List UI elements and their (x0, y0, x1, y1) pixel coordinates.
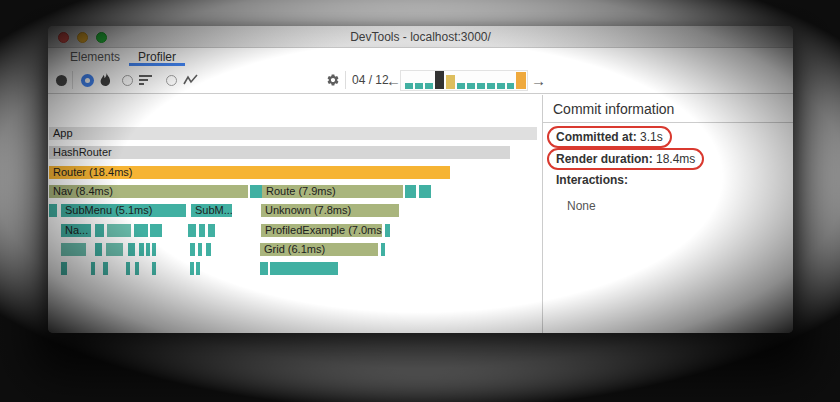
flame-bar[interactable] (190, 262, 194, 275)
flame-bar[interactable] (49, 204, 57, 217)
tab-profiler[interactable]: Profiler (129, 48, 185, 66)
previous-commit-button[interactable]: ← (386, 66, 401, 94)
commit-bar[interactable] (507, 83, 514, 89)
flame-bar[interactable] (146, 243, 150, 256)
flame-bar[interactable]: Route (7.9ms) (262, 185, 403, 198)
minimize-window-button[interactable] (77, 32, 88, 43)
flame-bar[interactable] (103, 262, 108, 275)
commit-bar[interactable] (415, 83, 423, 89)
flame-chart: AppHashRouterRouter (18.4ms)Nav (8.4ms)R… (48, 95, 542, 333)
window-title: DevTools - localhost:3000/ (48, 26, 793, 48)
interactions-value: None (567, 199, 596, 213)
commit-bar[interactable] (405, 83, 413, 89)
close-window-button[interactable] (58, 32, 69, 43)
commit-bar[interactable] (477, 83, 485, 89)
flame-bar[interactable] (152, 262, 156, 275)
devtools-window: DevTools - localhost:3000/ ElementsProfi… (48, 26, 793, 333)
flame-bar[interactable] (139, 243, 144, 256)
flame-bar[interactable] (427, 185, 431, 198)
flame-bar[interactable] (91, 262, 95, 275)
zoom-window-button[interactable] (96, 32, 107, 43)
title-bar[interactable]: DevTools - localhost:3000/ (48, 26, 793, 48)
render-duration-value: 18.4ms (653, 152, 696, 166)
commit-bar[interactable] (446, 75, 455, 89)
tab-elements[interactable]: Elements (61, 48, 129, 66)
flame-bar[interactable] (95, 224, 104, 237)
record-icon (56, 75, 67, 86)
flame-bar[interactable] (381, 243, 385, 256)
flame-bar[interactable] (208, 224, 215, 237)
flame-bar[interactable]: Nav (8.4ms) (49, 185, 248, 198)
flame-icon (99, 66, 112, 94)
flame-bar[interactable] (135, 262, 139, 275)
commit-bar[interactable] (487, 83, 495, 89)
flame-bar[interactable]: HashRouter (49, 146, 510, 159)
interactions-radio[interactable] (166, 66, 177, 94)
next-commit-button[interactable]: → (531, 66, 546, 94)
record-button[interactable] (56, 66, 67, 94)
interactions-icon (183, 66, 198, 94)
ranked-radio[interactable] (122, 66, 133, 94)
flamegraph-radio[interactable] (81, 66, 94, 94)
flame-bar[interactable] (206, 243, 211, 256)
profiler-toolbar: 04 / 12 ← → (48, 66, 793, 94)
flame-bar[interactable]: SubMenu (5.1ms) (61, 204, 186, 217)
flame-bar[interactable]: App (49, 127, 537, 140)
flame-bar[interactable] (61, 243, 86, 256)
tab-bar: ElementsProfiler (48, 48, 793, 66)
radio-selected-icon (81, 74, 94, 87)
flame-bar[interactable] (190, 243, 195, 256)
commit-timeline (400, 70, 528, 91)
commit-bar[interactable] (467, 83, 475, 89)
radio-unselected-icon (122, 75, 133, 86)
flame-bar[interactable]: Grid (6.1ms) (260, 243, 378, 256)
radio-unselected-icon (166, 75, 177, 86)
settings-gear-button[interactable] (326, 66, 340, 94)
flame-bar[interactable]: Na... (61, 224, 91, 237)
flame-bar[interactable] (158, 224, 162, 237)
flame-bar[interactable]: Unknown (7.8ms) (261, 204, 399, 217)
committed-at-label: Committed at: (556, 130, 637, 144)
flame-bar[interactable] (334, 262, 338, 275)
flame-bar[interactable] (405, 185, 416, 198)
commit-info-pane: Commit information Committed at: 3.1s Re… (542, 95, 793, 333)
flame-bar[interactable] (385, 224, 390, 237)
flame-bar[interactable] (152, 243, 156, 256)
toolbar-divider (345, 71, 346, 89)
flame-bar[interactable] (107, 224, 131, 237)
toolbar-divider (72, 71, 73, 89)
pane-divider (543, 122, 793, 123)
render-duration-line: Render duration: 18.4ms (547, 148, 704, 170)
render-duration-annotation: Render duration: 18.4ms (547, 148, 704, 170)
flame-bar[interactable] (134, 224, 148, 237)
committed-at-line: Committed at: 3.1s (547, 126, 672, 148)
committed-at-annotation: Committed at: 3.1s (547, 126, 672, 148)
commit-bar[interactable] (425, 83, 433, 89)
committed-at-value: 3.1s (637, 130, 663, 144)
render-duration-label: Render duration: (556, 152, 653, 166)
flame-bar[interactable] (199, 224, 205, 237)
flame-bar[interactable] (196, 262, 200, 275)
commit-bar[interactable] (497, 83, 505, 89)
gear-icon (326, 73, 340, 87)
commit-bar[interactable] (516, 72, 526, 89)
flame-bar[interactable] (106, 243, 123, 256)
flame-bar[interactable] (126, 262, 130, 275)
flame-bar[interactable] (260, 262, 268, 275)
flame-bar[interactable] (95, 243, 102, 256)
flame-bar[interactable]: Router (18.4ms) (49, 166, 450, 179)
flame-bar[interactable] (128, 243, 135, 256)
ranked-chart-icon (139, 66, 152, 94)
commit-bar[interactable] (435, 71, 444, 89)
flame-bar[interactable] (198, 243, 202, 256)
commit-bar[interactable] (457, 83, 465, 89)
flame-bar[interactable]: ProfiledExample (7.0ms) (261, 224, 382, 237)
flame-bar[interactable] (61, 262, 67, 275)
profiler-content: AppHashRouterRouter (18.4ms)Nav (8.4ms)R… (48, 95, 793, 333)
commit-counter: 04 / 12 (352, 66, 389, 94)
flame-bar[interactable]: SubM... (191, 204, 232, 217)
pane-title: Commit information (553, 101, 674, 117)
interactions-label: Interactions: (556, 173, 628, 187)
flame-bar[interactable] (188, 224, 196, 237)
